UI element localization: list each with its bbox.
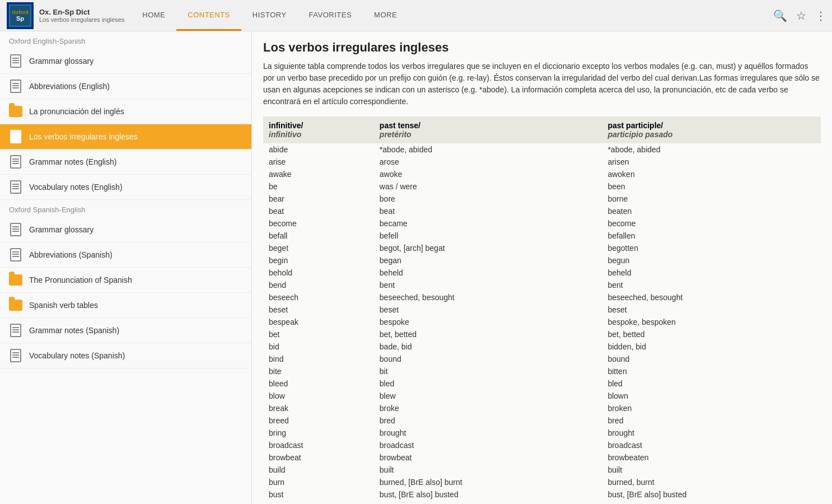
cell-past-tense: *abode, abided — [374, 143, 602, 156]
tab-contents[interactable]: CONTENTS — [176, 0, 241, 31]
sidebar-item-vocabulary-notes-en[interactable]: Vocabulary notes (English) — [0, 175, 251, 200]
cell-past-participle: begotten — [602, 242, 821, 254]
table-row: beset beset beset — [263, 304, 821, 316]
cell-past-tense: bespoke — [374, 316, 602, 328]
cell-past-tense: arose — [374, 156, 602, 168]
cell-infinitive: breed — [263, 414, 374, 427]
sidebar-item-grammar-notes-sp[interactable]: Grammar notes (Spanish) — [0, 318, 251, 343]
sidebar-section-spanish-english: Oxford Spanish-English — [0, 200, 251, 217]
tab-home[interactable]: HOME — [131, 0, 176, 31]
more-options-icon[interactable]: ⋮ — [815, 9, 826, 22]
table-row: break broke broken — [263, 402, 821, 414]
doc-icon — [9, 180, 22, 194]
sidebar-item-pronunciation-sp[interactable]: The Pronunciation of Spanish — [0, 268, 251, 293]
sidebar-item-label: Vocabulary notes (Spanish) — [29, 351, 125, 360]
tab-more[interactable]: MORE — [363, 0, 408, 31]
article-panel: Los verbos irregulares ingleses La sigui… — [252, 31, 832, 504]
cell-past-tense: blew — [374, 390, 602, 402]
cell-infinitive: become — [263, 217, 374, 230]
sidebar-item-verbos-irregulares[interactable]: Los verbos irregulares ingleses — [0, 124, 251, 150]
cell-infinitive: broadcast — [263, 439, 374, 451]
sidebar-item-label: La pronunciación del inglés — [29, 107, 124, 116]
cell-past-participle: bespoke, bespoken — [602, 316, 821, 328]
doc-icon — [9, 130, 22, 143]
sidebar-item-label: Grammar glossary — [29, 225, 94, 234]
sidebar-item-abbreviations-sp[interactable]: Abbreviations (Spanish) — [0, 242, 251, 268]
table-row: bust bust, [BrE also] busted bust, [BrE … — [263, 488, 821, 501]
cell-past-participle: beseeched, besought — [602, 291, 821, 304]
table-row: be was / were been — [263, 180, 821, 193]
cell-past-participle: blown — [602, 390, 821, 402]
search-icon[interactable]: 🔍 — [773, 9, 787, 22]
table-row: bleed bled bled — [263, 377, 821, 390]
cell-infinitive: bust — [263, 488, 374, 501]
article-title: Los verbos irregulares ingleses — [263, 40, 821, 55]
sidebar-item-label: Grammar glossary — [29, 57, 94, 66]
cell-past-participle: befallen — [602, 230, 821, 242]
cell-past-participle: begun — [602, 254, 821, 267]
table-row: befall befell befallen — [263, 230, 821, 242]
table-row: build built built — [263, 464, 821, 476]
cell-past-tense: bound — [374, 353, 602, 365]
table-row: bend bent bent — [263, 279, 821, 291]
sidebar-item-spanish-verb-tables[interactable]: Spanish verb tables — [0, 293, 251, 318]
doc-icon — [9, 223, 22, 236]
table-row: behold beheld beheld — [263, 267, 821, 279]
tab-favorites[interactable]: FAVORITES — [298, 0, 363, 31]
cell-past-participle: bred — [602, 414, 821, 427]
sidebar-item-grammar-notes-en[interactable]: Grammar notes (English) — [0, 150, 251, 175]
table-row: beget begot, [arch] begat begotten — [263, 242, 821, 254]
sidebar-item-label: Grammar notes (English) — [29, 157, 116, 166]
table-row: bring brought brought — [263, 427, 821, 439]
doc-icon — [9, 349, 22, 362]
cell-past-tense: beseeched, besought — [374, 291, 602, 304]
tab-history[interactable]: HISTORY — [241, 0, 298, 31]
table-row: broadcast broadcast broadcast — [263, 439, 821, 451]
cell-past-tense: beheld — [374, 267, 602, 279]
cell-infinitive: browbeat — [263, 451, 374, 464]
cell-infinitive: beset — [263, 304, 374, 316]
sidebar-item-grammar-glossary-en[interactable]: Grammar glossary — [0, 49, 251, 74]
cell-past-tense: bent — [374, 279, 602, 291]
cell-past-tense: became — [374, 217, 602, 230]
sidebar-item-label: The Pronunciation of Spanish — [29, 276, 132, 284]
logo-title-area: Ox. En-Sp Dict Los verbos irregulares in… — [39, 8, 124, 23]
cell-past-participle: bitten — [602, 365, 821, 377]
cell-past-participle: broken — [602, 402, 821, 414]
cell-infinitive: arise — [263, 156, 374, 168]
cell-past-participle: become — [602, 217, 821, 230]
cell-infinitive: bet — [263, 328, 374, 340]
cell-past-participle: browbeaten — [602, 451, 821, 464]
cell-past-tense: broke — [374, 402, 602, 414]
sidebar-item-vocabulary-notes-sp[interactable]: Vocabulary notes (Spanish) — [0, 343, 251, 368]
cell-past-participle: bust, [BrE also] busted — [602, 488, 821, 501]
cell-past-tense: began — [374, 254, 602, 267]
cell-past-participle: bent — [602, 279, 821, 291]
cell-infinitive: behold — [263, 267, 374, 279]
verb-table: infinitive/ infinitivo past tense/ preté… — [263, 116, 821, 501]
cell-infinitive: bespeak — [263, 316, 374, 328]
sidebar-item-abbreviations-en[interactable]: Abbreviations (English) — [0, 74, 251, 99]
table-row: blow blew blown — [263, 390, 821, 402]
table-row: bespeak bespoke bespoke, bespoken — [263, 316, 821, 328]
sidebar-item-grammar-glossary-sp[interactable]: Grammar glossary — [0, 217, 251, 242]
cell-infinitive: bite — [263, 365, 374, 377]
cell-past-tense: awoke — [374, 168, 602, 180]
sidebar-item-label: Grammar notes (Spanish) — [29, 326, 119, 335]
cell-infinitive: befall — [263, 230, 374, 242]
sidebar-item-label: Spanish verb tables — [29, 301, 98, 310]
cell-past-tense: broadcast — [374, 439, 602, 451]
nav-icons: 🔍 ☆ ⋮ — [768, 9, 832, 22]
favorites-star-icon[interactable]: ☆ — [796, 9, 806, 22]
table-row: beseech beseeched, besought beseeched, b… — [263, 291, 821, 304]
cell-infinitive: break — [263, 402, 374, 414]
cell-infinitive: be — [263, 180, 374, 193]
sidebar-item-label: Vocabulary notes (English) — [29, 183, 123, 192]
cell-past-participle: *abode, abided — [602, 143, 821, 156]
cell-infinitive: bring — [263, 427, 374, 439]
cell-past-participle: beaten — [602, 205, 821, 217]
cell-infinitive: blow — [263, 390, 374, 402]
sidebar-item-pronunciation-en[interactable]: La pronunciación del inglés — [0, 99, 251, 124]
cell-past-participle: arisen — [602, 156, 821, 168]
cell-past-tense: beset — [374, 304, 602, 316]
